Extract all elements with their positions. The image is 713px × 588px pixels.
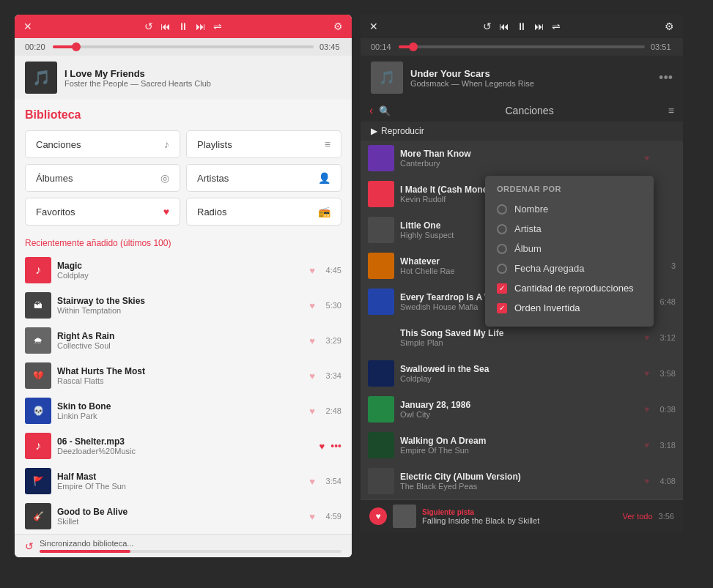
radios-btn[interactable]: Radios 📻 (186, 198, 341, 226)
right-song-heart-icon[interactable]: ♥ (644, 368, 649, 379)
sort-radio-album (497, 244, 507, 254)
sort-option-nombre[interactable]: Nombre (485, 199, 654, 219)
list-item[interactable]: Electric City (Album Version) The Black … (361, 464, 683, 499)
canciones-icon: ♪ (164, 138, 169, 150)
left-settings-icon[interactable]: ⚙ (333, 21, 343, 32)
song-duration: 4:45 (321, 266, 341, 275)
playlists-btn[interactable]: Playlists ≡ (186, 130, 341, 158)
favoritos-btn[interactable]: Favoritos ♥ (25, 198, 180, 226)
right-song-duration: 4:08 (655, 477, 676, 485)
canciones-btn[interactable]: Canciones ♪ (25, 130, 180, 158)
list-item[interactable]: 🚩 Half Mast Empire Of The Sun ♥ 3:54 (19, 464, 347, 499)
song-title: Half Mast (57, 472, 303, 482)
list-item[interactable]: 💔 What Hurts The Most Rascal Flatts ♥ 3:… (19, 358, 347, 393)
left-transport: ↺ ⏮ ⏸ ⏭ ⇌ (144, 21, 222, 32)
left-next-icon[interactable]: ⏭ (196, 21, 206, 32)
song-art: 💔 (25, 362, 51, 389)
sort-option-album[interactable]: Álbum (485, 239, 654, 258)
left-panel: ✕ ↺ ⏮ ⏸ ⏭ ⇌ ⚙ 00:20 03:45 🎵 I Love My Fr… (15, 15, 352, 557)
left-prev-icon[interactable]: ⏮ (160, 21, 171, 32)
song-heart-icon[interactable]: ♥ (309, 300, 315, 311)
right-next-icon[interactable]: ⏭ (534, 21, 544, 32)
sort-dropdown: Ordenar por Nombre Artista Álbum Fecha A… (485, 176, 654, 327)
song-heart-icon[interactable]: ♥ (309, 511, 315, 522)
song-artist: Coldplay (57, 271, 303, 280)
artistas-label: Artistas (197, 173, 229, 184)
left-play-pause-icon[interactable]: ⏸ (178, 21, 188, 32)
left-total-time: 03:45 (319, 42, 341, 51)
sort-radio-artista (497, 224, 507, 234)
play-label: Reproducir (381, 126, 424, 136)
song-heart-icon[interactable]: ♥ (309, 476, 315, 487)
sort-label-nombre: Nombre (514, 204, 548, 215)
list-item[interactable]: Swallowed in the Sea Coldplay ♥ 3:58 (361, 356, 683, 392)
right-shuffle-icon[interactable]: ⇌ (552, 21, 561, 32)
right-track-more-icon[interactable]: ••• (659, 70, 673, 86)
song-heart-icon[interactable]: ♥ (319, 441, 325, 452)
right-song-info: January 28, 1986 Owl City (400, 400, 638, 419)
list-item[interactable]: ♪ Magic Coldplay ♥ 4:45 (19, 253, 347, 288)
right-song-heart-icon[interactable]: ♥ (644, 332, 649, 343)
right-search-bar: ‹ 🔍 Canciones ≡ (361, 100, 683, 122)
right-song-heart-icon[interactable]: ♥ (644, 476, 649, 486)
sort-option-orden[interactable]: ✓ Orden Invertida (485, 298, 654, 318)
right-song-heart-icon[interactable]: ♥ (644, 440, 649, 450)
song-more-icon[interactable]: ••• (330, 440, 341, 452)
left-track-subtitle: Foster the People — Sacred Hearts Club (64, 79, 341, 88)
right-song-artist: Owl City (400, 410, 638, 419)
list-item[interactable]: 🏔 Stairway to the Skies Within Temptatio… (19, 288, 347, 323)
left-repeat-icon[interactable]: ↺ (144, 21, 153, 32)
list-item[interactable]: January 28, 1986 Owl City ♥ 0:38 (361, 392, 683, 428)
next-heart-button[interactable]: ♥ (369, 507, 387, 525)
song-art: 🏔 (25, 292, 51, 319)
list-item[interactable]: 🎸 Good to Be Alive Skillet ♥ 4:59 (19, 499, 347, 534)
song-title: Stairway to the Skies (57, 296, 303, 306)
sort-label-cantidad: Cantidad de reproducciones (514, 283, 634, 294)
song-heart-icon[interactable]: ♥ (309, 335, 315, 346)
song-heart-icon[interactable]: ♥ (309, 265, 315, 276)
left-close-icon[interactable]: ✕ (23, 21, 32, 32)
next-see-all-link[interactable]: Ver todo (623, 512, 653, 521)
albumes-icon: ◎ (160, 172, 169, 184)
list-item[interactable]: 🌧 Right As Rain Collective Soul ♥ 3:29 (19, 323, 347, 358)
right-prev-icon[interactable]: ⏮ (499, 21, 509, 32)
right-progress-track[interactable] (399, 45, 645, 48)
song-art: 💀 (25, 398, 51, 424)
right-topbar: ✕ ↺ ⏮ ⏸ ⏭ ⇌ ⚙ (361, 15, 683, 38)
sort-option-cantidad[interactable]: ✓ Cantidad de reproducciones (485, 278, 654, 298)
right-song-heart-icon[interactable]: ♥ (644, 153, 649, 163)
list-sort-icon[interactable]: ≡ (668, 105, 674, 116)
left-progress-track[interactable] (53, 45, 314, 48)
song-artist: Skillet (57, 517, 303, 526)
back-icon[interactable]: ‹ (369, 104, 373, 117)
list-item[interactable]: Walking On A Dream Empire Of The Sun ♥ 3… (361, 428, 683, 464)
right-close-icon[interactable]: ✕ (369, 21, 378, 32)
right-song-art (368, 324, 394, 351)
right-play-pause-icon[interactable]: ⏸ (517, 21, 527, 32)
song-heart-icon[interactable]: ♥ (309, 406, 315, 417)
recently-title: Recientemente añadido (25, 238, 120, 248)
albumes-btn[interactable]: Álbumes ◎ (25, 164, 180, 192)
search-icon: 🔍 (379, 105, 391, 116)
left-now-playing-info: I Love My Friends Foster the People — Sa… (64, 68, 341, 88)
next-track-title: Falling Inside the Black by Skillet (422, 516, 617, 525)
right-song-heart-icon[interactable]: ♥ (644, 404, 649, 414)
sort-option-artista[interactable]: Artista (485, 219, 654, 239)
biblioteca-grid: Canciones ♪ Playlists ≡ Álbumes ◎ Artist… (15, 126, 352, 230)
right-song-art (368, 181, 394, 207)
next-track-bar: ♥ Siguiente pista Falling Inside the Bla… (361, 499, 683, 532)
list-item[interactable]: ♪ 06 - Shelter.mp3 Deezloader%20Music ♥ … (19, 428, 347, 464)
next-track-label: Siguiente pista (422, 508, 617, 516)
right-settings-icon[interactable]: ⚙ (665, 21, 674, 32)
sort-option-fecha[interactable]: Fecha Agregada (485, 258, 654, 278)
left-shuffle-icon[interactable]: ⇌ (213, 21, 222, 32)
list-item[interactable]: 💀 Skin to Bone Linkin Park ♥ 2:48 (19, 393, 347, 428)
sort-label-fecha: Fecha Agregada (514, 263, 584, 274)
artistas-btn[interactable]: Artistas 👤 (186, 164, 341, 192)
right-repeat-icon[interactable]: ↺ (483, 21, 492, 32)
list-item[interactable]: More Than Know Canterbury ♥ (361, 141, 683, 176)
song-heart-icon[interactable]: ♥ (309, 371, 315, 382)
song-art: 🌧 (25, 327, 51, 354)
right-play-button[interactable]: ▶ Reproducir (371, 126, 424, 136)
artistas-icon: 👤 (318, 172, 330, 184)
